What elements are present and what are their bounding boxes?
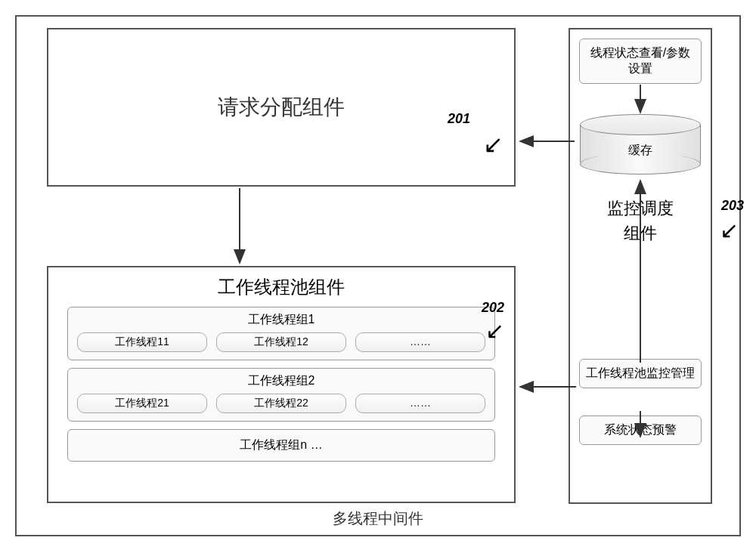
- worker-group-2: 工作线程组2 工作线程21 工作线程22 ……: [67, 368, 495, 422]
- label-202-lead: ↙: [485, 317, 504, 344]
- worker-group-n: 工作线程组n …: [67, 429, 495, 462]
- worker-pool-title: 工作线程池组件: [67, 275, 495, 299]
- monitor-schedule-component: 线程状态查看/参数设置 缓存 监控调度 组件 工作线程池监控管理 系统状态预警: [569, 28, 712, 504]
- thread-status-view-box: 线程状态查看/参数设置: [579, 39, 702, 84]
- label-201: 201: [448, 111, 470, 127]
- label-201-lead: ↙: [483, 130, 503, 159]
- worker-thread-22: 工作线程22: [216, 394, 346, 413]
- worker-thread-21: 工作线程21: [77, 394, 207, 413]
- monitor-title-l1: 监控调度: [607, 199, 674, 218]
- worker-thread-pool-component: 工作线程池组件 工作线程组1 工作线程11 工作线程12 …… 工作线程组2 工…: [47, 266, 516, 503]
- monitor-title: 监控调度 组件: [579, 196, 702, 246]
- system-alert-label: 系统状态预警: [604, 423, 677, 436]
- cache-label: 缓存: [580, 143, 701, 159]
- cache-cylinder: 缓存: [580, 114, 701, 175]
- worker-thread-1-more: ……: [355, 332, 485, 352]
- request-allocation-component: 请求分配组件: [47, 28, 516, 187]
- label-202: 202: [482, 300, 504, 316]
- label-203-lead: ↙: [720, 217, 739, 243]
- system-alert-box: 系统状态预警: [579, 416, 702, 445]
- label-203: 203: [721, 198, 744, 214]
- thread-status-view-label: 线程状态查看/参数设置: [586, 45, 695, 77]
- worker-thread-12: 工作线程12: [216, 332, 346, 352]
- middleware-container: 多线程中间件 请求分配组件 ↙ 201 工作线程池组件 工作线程组1 工作线程1…: [15, 15, 741, 536]
- worker-group-1-title: 工作线程组1: [77, 312, 485, 328]
- worker-thread-11: 工作线程11: [77, 332, 207, 352]
- worker-group-2-title: 工作线程组2: [77, 373, 485, 389]
- pool-monitor-label: 工作线程池监控管理: [586, 366, 695, 379]
- request-allocation-label: 请求分配组件: [218, 93, 345, 122]
- worker-thread-2-more: ……: [355, 394, 485, 413]
- middleware-label: 多线程中间件: [333, 508, 423, 529]
- worker-group-1: 工作线程组1 工作线程11 工作线程12 ……: [67, 307, 495, 360]
- pool-monitor-box: 工作线程池监控管理: [579, 359, 702, 388]
- monitor-title-l2: 组件: [624, 224, 657, 243]
